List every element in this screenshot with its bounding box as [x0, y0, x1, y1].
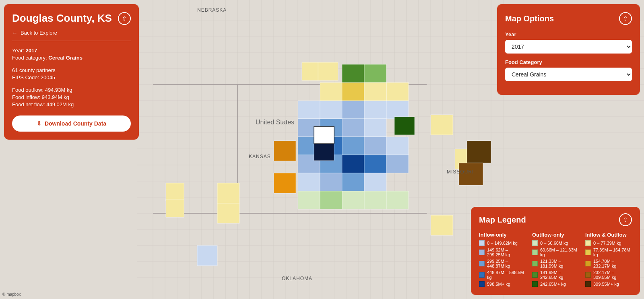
legend-label-11: 0 – 77.39M kg [593, 241, 621, 245]
download-btn-label: Download County Data [45, 120, 106, 127]
inflow-outflow-legend-col: Inflow & Outflow 0 – 77.39M kg 77.39M – … [585, 232, 632, 289]
legend-swatch-1 [479, 240, 485, 246]
svg-rect-74 [320, 82, 342, 101]
mapbox-attribution: © mapbox [2, 292, 21, 297]
svg-rect-85 [274, 173, 296, 193]
county-title: Douglas County, KS [12, 12, 112, 25]
svg-rect-55 [386, 101, 409, 119]
svg-rect-67 [342, 155, 364, 173]
svg-rect-68 [364, 155, 386, 173]
chevron-up-icon-legend: ⇧ [623, 217, 628, 223]
legend-item: 60.66M – 121.33M kg [532, 247, 579, 257]
legend-item: 299.25M – 448.87M kg [479, 259, 526, 268]
svg-rect-87 [217, 203, 239, 223]
svg-rect-77 [386, 82, 409, 101]
svg-rect-83 [314, 144, 334, 161]
collapse-legend-button[interactable]: ⇧ [619, 213, 632, 226]
year-select[interactable]: 2017 2016 2015 2014 2013 2012 [505, 40, 632, 54]
svg-rect-86 [217, 183, 239, 203]
legend-item: 0 – 149.62M kg [479, 240, 526, 246]
legend-item: 154.78M – 232.17M kg [585, 259, 632, 268]
outflow-only-legend-col: Outflow-only 0 – 60.66M kg 60.66M – 121.… [532, 232, 579, 289]
map-options-panel: Map Options ⇧ Year 2017 2016 2015 2014 2… [497, 4, 640, 95]
fips-code-info: FIPS Code: 20045 [12, 74, 131, 80]
svg-rect-62 [342, 137, 364, 155]
svg-rect-91 [166, 199, 184, 217]
food-category-select[interactable]: Cereal Grains Fruits Vegetables Dairy Me… [505, 68, 632, 81]
food-netflow-info: Food net flow: 449.02M kg [12, 101, 131, 107]
svg-rect-64 [386, 137, 409, 155]
legend-label-12: 77.39M – 164.78M kg [593, 247, 632, 257]
legend-swatch-14 [585, 272, 591, 278]
svg-rect-97 [197, 245, 217, 266]
chevron-up-icon: ⇧ [122, 15, 127, 22]
legend-item: 0 – 77.39M kg [585, 240, 632, 246]
svg-rect-75 [342, 82, 364, 101]
svg-rect-90 [166, 183, 184, 201]
svg-rect-63 [364, 137, 386, 155]
svg-rect-81 [394, 117, 415, 135]
legend-label-9: 181.99M – 242.65M kg [540, 270, 579, 280]
legend-item: 149.62M – 299.25M kg [479, 247, 526, 257]
svg-rect-98 [298, 191, 320, 209]
svg-rect-82 [314, 127, 334, 144]
svg-rect-73 [364, 173, 386, 191]
collapse-options-button[interactable]: ⇧ [619, 12, 632, 25]
legend-item: 121.33M – 181.99M kg [532, 259, 579, 268]
svg-rect-99 [320, 191, 342, 209]
legend-label-13: 154.78M – 232.17M kg [593, 259, 632, 268]
svg-rect-89 [302, 62, 318, 80]
svg-rect-51 [298, 101, 320, 119]
collapse-left-button[interactable]: ⇧ [118, 12, 131, 25]
legend-label-3: 299.25M – 448.87M kg [487, 259, 526, 268]
svg-rect-100 [342, 191, 364, 209]
food-category-info: Food category: Cereal Grains [12, 55, 131, 61]
year-label: Year [505, 31, 632, 37]
legend-item: 0 – 60.66M kg [532, 240, 579, 246]
svg-rect-92 [431, 115, 453, 135]
legend-swatch-4 [479, 272, 485, 278]
legend-item: 242.65M+ kg [532, 281, 579, 287]
svg-rect-79 [364, 64, 386, 82]
legend-label-14: 232.17M – 309.55M kg [593, 270, 632, 280]
svg-rect-88 [318, 62, 338, 80]
svg-rect-96 [459, 163, 483, 185]
legend-content: Inflow-only 0 – 149.62M kg 149.62M – 299… [479, 232, 632, 289]
svg-rect-71 [320, 173, 342, 191]
legend-swatch-8 [532, 261, 538, 266]
food-category-label: Food Category [505, 59, 632, 65]
svg-rect-94 [431, 215, 453, 235]
inflow-outflow-title: Inflow & Outflow [585, 232, 632, 238]
svg-rect-59 [364, 119, 386, 137]
county-partners-info: 61 county partners [12, 67, 131, 73]
food-inflow-info: Food inflow: 943.94M kg [12, 94, 131, 100]
svg-rect-80 [364, 82, 386, 101]
legend-swatch-9 [532, 272, 538, 278]
svg-rect-95 [467, 141, 491, 163]
svg-rect-78 [342, 64, 364, 82]
legend-swatch-7 [532, 250, 538, 255]
svg-rect-84 [274, 141, 296, 161]
legend-swatch-13 [585, 261, 591, 266]
legend-item: 77.39M – 164.78M kg [585, 247, 632, 257]
back-to-explore-link[interactable]: ← Back to Explore [12, 30, 131, 41]
legend-label-15: 309.55M+ kg [593, 282, 619, 287]
svg-rect-54 [364, 101, 386, 119]
svg-rect-53 [342, 101, 364, 119]
svg-rect-58 [342, 119, 364, 137]
svg-rect-72 [342, 173, 364, 191]
back-link-label: Back to Explore [21, 30, 57, 36]
legend-label-6: 0 – 60.66M kg [540, 241, 568, 245]
legend-item: 232.17M – 309.55M kg [585, 270, 632, 280]
legend-title: Map Legend [479, 215, 526, 225]
outflow-only-title: Outflow-only [532, 232, 579, 238]
legend-swatch-5 [479, 281, 485, 287]
inflow-only-legend-col: Inflow-only 0 – 149.62M kg 149.62M – 299… [479, 232, 526, 289]
year-info: Year: 2017 [12, 47, 131, 54]
download-county-data-button[interactable]: ⇩ Download County Data [12, 115, 131, 132]
food-outflow-info: Food outflow: 494.93M kg [12, 87, 131, 93]
arrow-left-icon: ← [12, 30, 17, 36]
svg-rect-102 [386, 191, 409, 209]
legend-swatch-6 [532, 240, 538, 246]
legend-label-8: 121.33M – 181.99M kg [540, 259, 579, 268]
